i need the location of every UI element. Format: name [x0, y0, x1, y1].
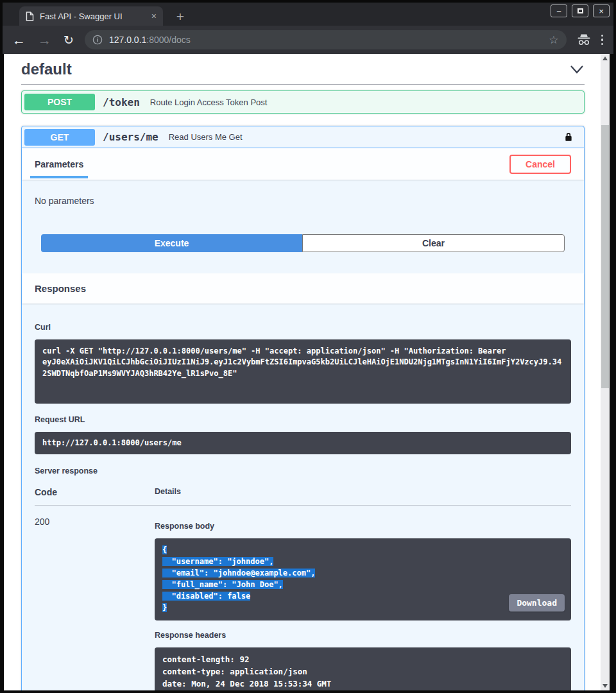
code-column-header: Code — [35, 487, 155, 497]
response-headers-block: content-length: 92 content-type: applica… — [155, 647, 571, 690]
swagger-page: default POST /token Route Login Access T… — [4, 54, 601, 690]
server-response-row: 200 Response body { "username": "johndoe… — [35, 506, 571, 690]
response-body-line: "username": "johndoe", — [162, 556, 563, 568]
url-text: 127.0.0.1:8000/docs — [109, 35, 191, 45]
curl-command[interactable]: curl -X GET "http://127.0.0.1:8000/users… — [35, 339, 571, 404]
page-scrollbar[interactable] — [601, 54, 610, 690]
forward-icon: → — [38, 33, 51, 47]
cancel-button[interactable]: Cancel — [509, 155, 571, 174]
parameters-body: No parameters Execute Clear — [22, 180, 584, 252]
no-parameters-text: No parameters — [35, 196, 571, 206]
response-body-block[interactable]: { "username": "johndoe", "email": "johnd… — [155, 538, 571, 620]
browser-viewport: default POST /token Route Login Access T… — [4, 54, 610, 690]
browser-toolbar: ← → ↻ 127.0.0.1:8000/docs ☆ — [3, 26, 613, 54]
favicon-document-icon — [26, 12, 34, 21]
execute-button[interactable]: Execute — [41, 234, 302, 252]
url-host: 127.0.0.1 — [109, 35, 146, 45]
scrollbar-down-icon[interactable] — [601, 681, 610, 690]
response-body-line: "full_name": "John Doe", — [162, 579, 563, 591]
opblock-post-header[interactable]: POST /token Route Login Access Token Pos… — [22, 91, 584, 113]
site-info-icon[interactable] — [92, 35, 103, 45]
opblock-get-header[interactable]: GET /users/me Read Users Me Get — [22, 126, 584, 148]
maximize-button[interactable] — [572, 4, 588, 17]
tab-parameters[interactable]: Parameters — [30, 148, 88, 180]
tab-title: Fast API - Swagger UI — [40, 12, 146, 21]
response-body-line: "email": "johndoe@example.com", — [162, 568, 563, 579]
request-url-value: http://127.0.0.1:8000/users/me — [35, 432, 571, 454]
clear-button[interactable]: Clear — [302, 234, 565, 252]
response-headers-label: Response headers — [155, 631, 571, 640]
download-button[interactable]: Download — [509, 594, 565, 612]
response-details: Response body { "username": "johndoe", "… — [155, 517, 571, 690]
response-body-line: "disabled": false — [162, 591, 563, 603]
endpoint-summary: Route Login Access Token Post — [150, 98, 268, 107]
minimize-button[interactable]: − — [551, 4, 567, 17]
browser-titlebar: Fast API - Swagger UI × + − × — [3, 3, 613, 26]
opblock-post-token[interactable]: POST /token Route Login Access Token Pos… — [21, 90, 585, 114]
opblock-get-users-me: GET /users/me Read Users Me Get Paramete… — [21, 126, 585, 690]
server-response-label: Server response — [35, 466, 571, 475]
responses-body: Curl curl -X GET "http://127.0.0.1:8000/… — [22, 304, 584, 690]
post-method-badge: POST — [24, 94, 95, 110]
get-method-badge: GET — [24, 129, 95, 146]
responses-section-header: Responses — [22, 273, 584, 304]
scrollbar-up-icon[interactable] — [601, 54, 610, 63]
endpoint-path: /token — [103, 96, 140, 108]
window-controls: − × — [551, 4, 610, 17]
incognito-icon — [576, 33, 592, 47]
parameters-section-header: Parameters Cancel — [22, 148, 584, 180]
server-response-table-header: Code Details — [35, 487, 571, 506]
chevron-down-icon[interactable] — [569, 64, 585, 75]
url-path: :8000/docs — [146, 35, 191, 45]
auth-lock-icon[interactable] — [562, 130, 575, 144]
response-body-label: Response body — [155, 522, 571, 531]
details-column-header: Details — [155, 487, 181, 497]
execute-button-group: Execute Clear — [41, 234, 565, 252]
reload-icon[interactable]: ↻ — [64, 34, 74, 46]
tag-title: default — [21, 60, 72, 78]
response-body-line: { — [162, 545, 563, 556]
url-bar[interactable]: 127.0.0.1:8000/docs ☆ — [85, 30, 567, 49]
response-body-line: } — [162, 603, 563, 614]
scrollbar-thumb[interactable] — [601, 125, 609, 388]
status-code: 200 — [35, 517, 155, 690]
browser-tab[interactable]: Fast API - Swagger UI × — [19, 6, 163, 26]
tag-section-header[interactable]: default — [21, 54, 585, 85]
endpoint-path: /users/me — [103, 131, 158, 143]
back-icon[interactable]: ← — [12, 33, 26, 47]
request-url-label: Request URL — [35, 415, 571, 424]
browser-menu-icon[interactable] — [601, 35, 604, 46]
new-tab-button[interactable]: + — [172, 9, 189, 24]
bookmark-star-icon[interactable]: ☆ — [549, 35, 558, 46]
curl-label: Curl — [35, 323, 571, 332]
tab-close-icon[interactable]: × — [151, 12, 157, 21]
endpoint-summary: Read Users Me Get — [169, 132, 243, 142]
close-button[interactable]: × — [593, 4, 610, 17]
responses-title: Responses — [35, 283, 86, 294]
